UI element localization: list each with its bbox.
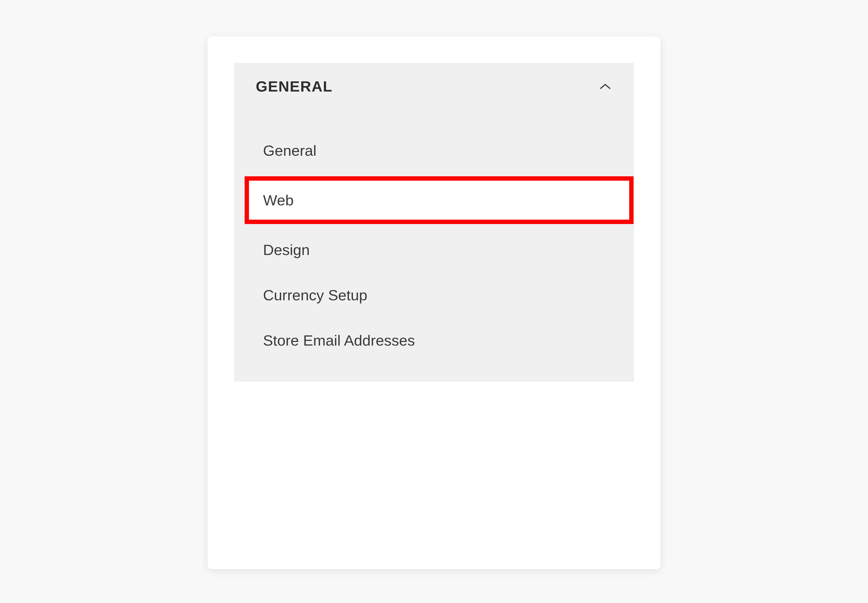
menu-item-label: Web (263, 192, 294, 209)
chevron-up-icon (599, 80, 612, 93)
menu-item-store-email-addresses[interactable]: Store Email Addresses (234, 318, 634, 363)
menu-item-label: Store Email Addresses (263, 332, 415, 349)
menu-item-currency-setup[interactable]: Currency Setup (234, 272, 634, 318)
section-title: GENERAL (256, 78, 333, 95)
menu-item-label: Currency Setup (263, 287, 367, 303)
card-container: GENERAL General Web Design Curre (207, 36, 661, 569)
section-header-general[interactable]: GENERAL (234, 63, 634, 110)
menu-list: General Web Design Currency Setup Store … (234, 110, 634, 381)
menu-item-web[interactable]: Web (244, 178, 634, 223)
menu-item-label: Design (263, 241, 310, 258)
highlight-wrap: Web (234, 178, 634, 223)
menu-item-label: General (263, 142, 317, 159)
menu-item-general[interactable]: General (234, 128, 634, 173)
sidebar-panel: GENERAL General Web Design Curre (234, 63, 634, 382)
menu-item-design[interactable]: Design (234, 227, 634, 272)
